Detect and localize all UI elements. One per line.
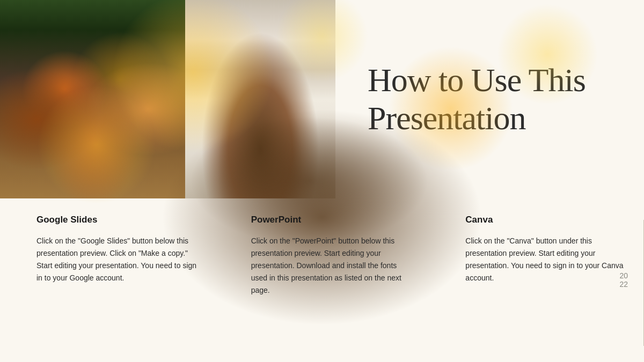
image-right bbox=[185, 0, 335, 198]
images-container bbox=[0, 0, 335, 198]
google-slides-heading: Google Slides bbox=[36, 215, 199, 225]
google-slides-column: Google Slides Click on the "Google Slide… bbox=[0, 215, 215, 351]
powerpoint-text: Click on the "PowerPoint" button below t… bbox=[251, 235, 413, 297]
top-section: How to Use This Presentation bbox=[0, 0, 644, 198]
person-cookies-image bbox=[185, 0, 335, 198]
google-slides-text: Click on the "Google Slides" button belo… bbox=[36, 235, 199, 284]
page: How to Use This Presentation Google Slid… bbox=[0, 0, 644, 362]
year-badge: 20 22 bbox=[619, 271, 628, 290]
canva-column: Canva Click on the "Canva" button under … bbox=[429, 215, 643, 351]
canva-text: Click on the "Canva" button under this p… bbox=[465, 235, 627, 284]
year-line1: 20 bbox=[619, 271, 628, 280]
canva-heading: Canva bbox=[465, 215, 627, 225]
bottom-section: Google Slides Click on the "Google Slide… bbox=[0, 198, 644, 362]
powerpoint-heading: PowerPoint bbox=[251, 215, 413, 225]
year-line2: 22 bbox=[619, 280, 628, 290]
powerpoint-column: PowerPoint Click on the "PowerPoint" but… bbox=[215, 215, 429, 351]
